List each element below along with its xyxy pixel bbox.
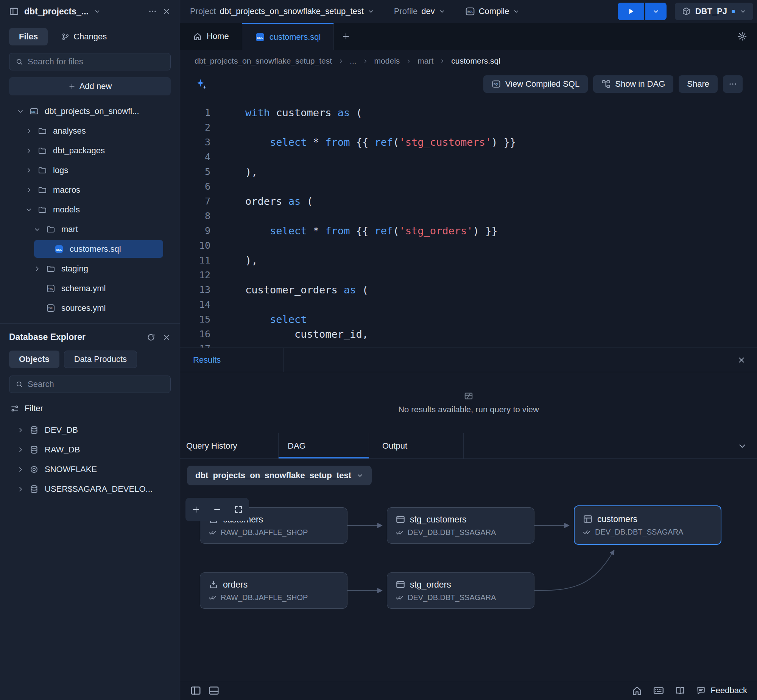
dag-project-selector[interactable]: dbt_projects_on_snowflake_setup_test (187, 466, 372, 485)
run-button[interactable] (618, 3, 644, 20)
file-tree-item-customers-sql[interactable]: SQLcustomers.sql (34, 240, 163, 258)
line-number: 5 (180, 164, 211, 179)
file-tree-item-sources-yml[interactable]: YMLsources.yml (0, 298, 180, 318)
tab-customers-sql[interactable]: SQL customers.sql (242, 23, 334, 50)
code-line: 14 (180, 297, 757, 312)
feedback-button[interactable]: Feedback (696, 686, 747, 695)
chevron-right-icon[interactable] (32, 265, 42, 273)
chevron-down-icon[interactable] (15, 108, 26, 115)
tab-dag[interactable]: DAG (278, 433, 369, 458)
settings-gear-icon[interactable] (737, 31, 747, 41)
dag-node-customers[interactable]: customersDEV_DB.DBT_SSAGARA (574, 505, 721, 545)
code-line: 2 (180, 120, 757, 135)
chevron-down-icon[interactable] (32, 226, 42, 233)
docs-book-icon[interactable] (675, 685, 685, 696)
chevron-right-icon[interactable] (15, 426, 26, 434)
tab-home[interactable]: Home (180, 23, 242, 50)
code-line-text: customer_orders as ( (211, 283, 368, 297)
file-tree-label: models (53, 205, 80, 215)
tab-changes[interactable]: Changes (52, 28, 117, 45)
compile-button[interactable]: SQL Compile (465, 6, 520, 16)
keyboard-shortcuts-icon[interactable] (653, 685, 664, 696)
results-tab[interactable]: Results (180, 348, 284, 372)
chevron-right-icon[interactable] (15, 446, 26, 453)
dbt-pj-button[interactable]: DBT_PJ (675, 3, 753, 20)
filter-button[interactable]: Filter (10, 403, 170, 413)
home-icon[interactable] (632, 685, 642, 696)
toggle-bottom-panel-icon[interactable] (208, 685, 220, 696)
zoom-in-button[interactable] (186, 498, 207, 521)
chevron-down-icon[interactable] (94, 8, 101, 15)
chevron-right-icon[interactable] (15, 485, 26, 493)
zoom-out-button[interactable] (207, 498, 228, 521)
code-area[interactable]: 1with customers as (23 select * from {{ … (180, 96, 757, 348)
tab-files[interactable]: Files (9, 28, 48, 45)
chevron-down-icon[interactable] (23, 206, 34, 214)
profile-selector[interactable]: Profile dev (394, 6, 445, 16)
share-button[interactable]: Share (679, 75, 718, 93)
project-selector[interactable]: Project dbt_projects_on_snowflake_setup_… (190, 6, 375, 16)
collapse-explorer-icon[interactable] (162, 333, 171, 342)
file-tree-item-logs[interactable]: logs (0, 161, 180, 180)
dag-node-orders[interactable]: ordersRAW_DB.JAFFLE_SHOP (200, 572, 348, 609)
collapse-sidebar-icon[interactable] (162, 7, 171, 16)
file-tree-item-analyses[interactable]: analyses (0, 121, 180, 141)
folder-icon (38, 166, 49, 175)
fit-view-button[interactable] (228, 498, 249, 521)
more-options-icon[interactable] (148, 7, 157, 16)
tab-data-products[interactable]: Data Products (64, 350, 137, 368)
file-tree-item-models[interactable]: models (0, 200, 180, 220)
dag-node-title: stg_orders (410, 580, 451, 590)
chevron-right-icon[interactable] (23, 147, 34, 155)
toggle-sidebar-icon[interactable] (190, 685, 201, 696)
new-tab-icon[interactable] (342, 32, 351, 41)
database-tree-item-user-sagara-develo[interactable]: USER$SAGARA_DEVELO... (0, 479, 180, 499)
collapse-panel-icon[interactable] (737, 441, 747, 451)
breadcrumb-item[interactable]: ... (350, 56, 357, 66)
chevron-right-icon[interactable] (23, 127, 34, 135)
file-search[interactable] (9, 53, 171, 70)
breadcrumb-item[interactable]: dbt_projects_on_snowflake_setup_test (195, 56, 332, 66)
database-tree-label: SNOWFLAKE (45, 464, 97, 474)
panel-left-icon[interactable] (9, 6, 19, 16)
editor-more-options-button[interactable] (723, 75, 743, 93)
notification-dot (732, 10, 735, 13)
refresh-icon[interactable] (147, 333, 156, 342)
line-number: 9 (180, 223, 211, 238)
file-tree-item-schema-yml[interactable]: YMLschema.yml (0, 279, 180, 298)
file-tree-item-dbt-packages[interactable]: dbt_packages (0, 141, 180, 161)
breadcrumb-item[interactable]: customers.sql (451, 56, 500, 66)
view-compiled-sql-button[interactable]: SQL View Compiled SQL (483, 75, 588, 93)
database-tree-item-snowflake[interactable]: SNOWFLAKE (0, 459, 180, 479)
object-search-input[interactable] (28, 379, 164, 389)
close-results-icon[interactable] (737, 356, 746, 364)
dag-node-stg-orders[interactable]: stg_ordersDEV_DB.DBT_SSAGARA (387, 572, 534, 609)
dag-node-stg-customers[interactable]: stg_customersDEV_DB.DBT_SSAGARA (387, 507, 534, 544)
file-search-input[interactable] (28, 57, 164, 67)
code-line: 13customer_orders as ( (180, 283, 757, 297)
database-tree-item-dev-db[interactable]: DEV_DB (0, 420, 180, 440)
run-options-button[interactable] (645, 3, 666, 20)
chevron-right-icon[interactable] (23, 167, 34, 174)
chevron-right-icon[interactable] (15, 466, 26, 473)
database-tree-item-raw-db[interactable]: RAW_DB (0, 440, 180, 459)
file-tree-label: macros (53, 185, 80, 195)
show-in-dag-button[interactable]: Show in DAG (593, 75, 673, 93)
object-search[interactable] (9, 375, 171, 393)
chevron-right-icon[interactable] (23, 186, 34, 194)
file-tree-item-mart[interactable]: mart (0, 220, 180, 239)
tab-output[interactable]: Output (369, 433, 464, 458)
file-tree-item-dbt-projects-on-snowfl[interactable]: DBTdbt_projects_on_snowfl... (0, 102, 180, 121)
breadcrumb-item[interactable]: models (375, 56, 400, 66)
chevron-spacer (32, 305, 42, 312)
tab-query-history[interactable]: Query History (180, 433, 278, 458)
file-tree-item-macros[interactable]: macros (0, 180, 180, 200)
file-tree-item-staging[interactable]: staging (0, 259, 180, 279)
code-line-text (211, 297, 245, 312)
add-new-button[interactable]: Add new (9, 77, 171, 95)
database-tree-label: USER$SAGARA_DEVELO... (45, 484, 153, 494)
dag-icon (601, 80, 610, 89)
breadcrumb-item[interactable]: mart (417, 56, 433, 66)
tab-objects[interactable]: Objects (9, 350, 59, 368)
copilot-sparkle-icon[interactable] (195, 78, 208, 91)
